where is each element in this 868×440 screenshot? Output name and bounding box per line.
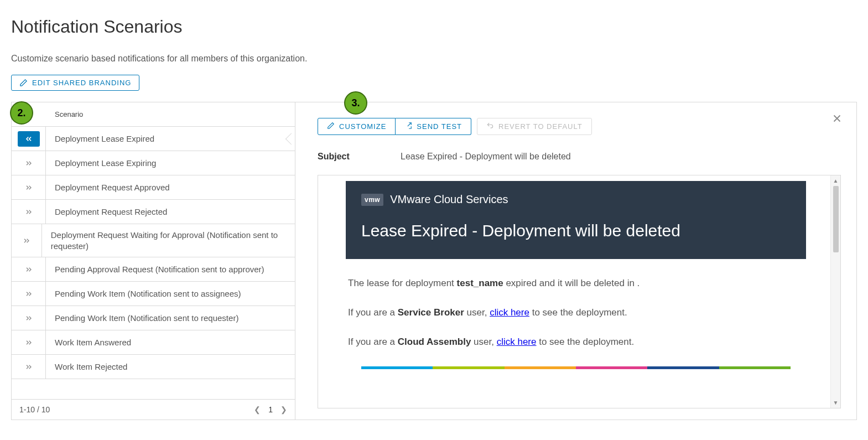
email-body: The lease for deployment test_name expir… (335, 276, 817, 369)
body-text: to see the deployment. (529, 307, 627, 318)
expand-icon[interactable] (12, 282, 46, 306)
scenario-row[interactable]: Deployment Lease Expiring (12, 151, 295, 175)
body-text: If you are a (348, 307, 398, 318)
annotation-badge-3: 3. (344, 91, 367, 115)
pager-next-icon[interactable]: ❯ (280, 405, 287, 414)
customize-label: CUSTOMIZE (339, 122, 386, 131)
scenario-row[interactable]: Work Item Rejected (12, 355, 295, 379)
scenario-row-label: Pending Work Item (Notification sent to … (46, 283, 250, 305)
email-preview: vmw VMware Cloud Services Lease Expired … (318, 175, 841, 408)
body-bold: Service Broker (398, 307, 464, 318)
collapse-icon[interactable] (18, 131, 40, 147)
scenario-row-label: Deployment Request Rejected (46, 201, 176, 223)
scenario-row-label: Pending Work Item (Notification sent to … (46, 307, 247, 329)
scenario-row[interactable]: Deployment Request Approved (12, 175, 295, 200)
pencil-icon (327, 122, 335, 131)
revert-label: REVERT TO DEFAULT (498, 122, 583, 131)
send-icon (404, 122, 412, 131)
scenario-row[interactable]: Deployment Lease Expired (12, 127, 295, 151)
brand-logo: vmw (361, 194, 383, 206)
subject-label: Subject (318, 152, 356, 162)
scroll-up-icon[interactable]: ▲ (833, 178, 839, 184)
expand-icon[interactable] (12, 224, 42, 257)
body-text: user, (471, 337, 496, 347)
page-subtitle: Customize scenario based notifications f… (11, 54, 857, 64)
scenario-row[interactable]: Pending Approval Request (Notification s… (12, 257, 295, 282)
body-text: expired and it will be deleted in . (503, 278, 640, 288)
scenario-row[interactable]: Work Item Answered (12, 330, 295, 355)
brand-name: VMware Cloud Services (390, 193, 508, 206)
preview-scrollbar[interactable]: ▲ ▼ (830, 175, 840, 408)
scenario-row[interactable]: Deployment Request Rejected (12, 200, 295, 224)
expand-icon[interactable] (12, 355, 46, 379)
body-bold: test_name (457, 278, 503, 288)
pager-prev-icon[interactable]: ❮ (254, 405, 261, 414)
send-test-button[interactable]: SEND TEST (396, 118, 471, 135)
edit-shared-branding-label: EDIT SHARED BRANDING (32, 79, 131, 87)
list-pager: 1-10 / 10 ❮ 1 ❯ (12, 399, 295, 420)
undo-icon (486, 122, 494, 131)
expand-icon[interactable] (12, 175, 46, 199)
expand-icon[interactable] (12, 306, 46, 330)
scenario-row[interactable]: Pending Work Item (Notification sent to … (12, 282, 295, 306)
scenario-row-label: Work Item Answered (46, 332, 140, 354)
service-broker-link[interactable]: click here (490, 307, 529, 318)
expand-icon[interactable] (12, 257, 46, 281)
body-bold: Cloud Assembly (398, 337, 471, 347)
pager-current-page: 1 (268, 405, 273, 414)
scenario-row-label: Deployment Request Approved (46, 177, 179, 199)
customize-button[interactable]: CUSTOMIZE (318, 118, 396, 135)
pager-range: 1-10 / 10 (19, 405, 50, 414)
revert-button: REVERT TO DEFAULT (477, 118, 592, 135)
edit-shared-branding-button[interactable]: EDIT SHARED BRANDING (11, 75, 139, 91)
scroll-down-icon[interactable]: ▼ (833, 400, 839, 406)
scenario-row-label: Deployment Lease Expiring (46, 152, 165, 174)
email-header: vmw VMware Cloud Services Lease Expired … (346, 181, 806, 259)
scenario-column-header: Scenario (12, 102, 295, 127)
expand-icon[interactable] (12, 330, 46, 354)
page-title: Notification Scenarios (11, 17, 857, 37)
scenario-detail-panel: CUSTOMIZE SEND TEST REVERT TO DEFAULT Su… (295, 102, 856, 420)
scenario-row-label: Work Item Rejected (46, 356, 136, 378)
scenario-row-label: Deployment Lease Expired (46, 128, 163, 150)
annotation-badge-2: 2. (10, 101, 33, 125)
expand-icon[interactable] (12, 200, 46, 224)
email-title: Lease Expired - Deployment will be delet… (361, 221, 791, 240)
scenario-row[interactable]: Deployment Request Waiting for Approval … (12, 224, 295, 257)
detail-toolbar: CUSTOMIZE SEND TEST REVERT TO DEFAULT (318, 118, 841, 135)
expand-icon[interactable] (12, 151, 46, 175)
scenario-row-label: Pending Approval Request (Notification s… (46, 258, 273, 281)
pencil-icon (19, 79, 28, 87)
email-divider (361, 366, 791, 369)
body-text: The lease for deployment (348, 278, 457, 288)
cloud-assembly-link[interactable]: click here (497, 337, 537, 347)
body-text: to see the deployment. (536, 337, 634, 347)
scenario-list-panel: Scenario Deployment Lease ExpiredDeploym… (12, 102, 295, 420)
scenario-row[interactable]: Pending Work Item (Notification sent to … (12, 306, 295, 330)
body-text: user, (464, 307, 490, 318)
send-test-label: SEND TEST (417, 122, 462, 131)
scrollbar-thumb[interactable] (833, 186, 839, 252)
body-text: If you are a (348, 337, 398, 347)
subject-value: Lease Expired - Deployment will be delet… (401, 152, 571, 162)
scenario-row-label: Deployment Request Waiting for Approval … (42, 224, 295, 257)
close-icon[interactable] (831, 112, 843, 127)
